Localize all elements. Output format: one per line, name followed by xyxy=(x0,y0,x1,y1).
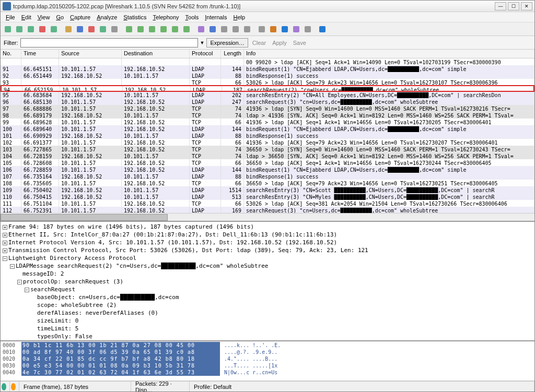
filter-input[interactable] xyxy=(20,38,198,47)
dropdown-icon[interactable]: ▼ xyxy=(200,40,205,45)
collapse-icon[interactable]: − xyxy=(25,288,29,292)
packet-row[interactable]: 9266.651449192.168.10.5210.101.1.57LDAP8… xyxy=(1,72,534,79)
menu-analyze[interactable]: Analyze xyxy=(94,14,120,20)
options-icon[interactable] xyxy=(14,24,25,34)
save-button[interactable]: Save xyxy=(291,40,308,46)
menu-view[interactable]: View xyxy=(34,14,53,20)
svg-rect-19 xyxy=(232,26,239,32)
display-filters-icon[interactable] xyxy=(280,24,290,34)
collapse-icon[interactable]: − xyxy=(10,264,15,269)
svg-rect-3 xyxy=(39,26,45,32)
packet-row[interactable]: 00 99020 > ldap [ACK] Seq=1 Ack=1 Win=14… xyxy=(1,58,534,65)
stop-icon[interactable] xyxy=(37,24,48,34)
menu-file[interactable]: File xyxy=(3,14,18,20)
packet-row[interactable]: 9666.68513010.101.1.57192.168.10.52LDAP2… xyxy=(1,98,534,105)
close-icon[interactable] xyxy=(86,24,97,34)
save-icon[interactable] xyxy=(75,24,85,34)
svg-rect-0 xyxy=(5,26,11,32)
packet-row[interactable]: 10466.728159192.168.10.5210.101.1.57TCP7… xyxy=(1,152,534,159)
packet-list-body[interactable]: 00 99020 > ldap [ACK] Seq=1 Ack=1 Win=14… xyxy=(1,58,534,213)
menu-statistics[interactable]: Statistics xyxy=(120,14,149,20)
packet-row[interactable]: 10966.750402192.168.10.5210.101.1.57LDAP… xyxy=(1,186,534,193)
menu-help[interactable]: Help xyxy=(230,14,248,20)
forward-icon[interactable] xyxy=(147,24,157,34)
coloring-rules-icon[interactable] xyxy=(291,24,301,34)
packet-row[interactable]: 10666.72885910.101.1.57192.168.10.52LDAP… xyxy=(1,166,534,173)
types-only: typesOnly: False xyxy=(37,333,92,340)
first-icon[interactable] xyxy=(170,24,180,34)
packet-row[interactable]: 10566.72860810.101.1.57192.168.10.52TCP6… xyxy=(1,159,534,166)
ldap-message: LDAPMessage searchRequest(2) "cn=Users,d… xyxy=(16,263,268,269)
interfaces-icon[interactable] xyxy=(3,24,13,34)
menu-go[interactable]: Go xyxy=(53,14,67,20)
expert-info-icon[interactable] xyxy=(2,383,6,390)
menu-edit[interactable]: Edit xyxy=(18,14,34,20)
packet-row[interactable]: 11166.75110410.101.1.57192.168.10.52TCP6… xyxy=(1,200,534,207)
packet-row[interactable]: 10866.73560510.101.1.57192.168.10.52TCP6… xyxy=(1,180,534,186)
packet-row[interactable]: 10766.735164192.168.10.5210.101.1.57LDAP… xyxy=(1,173,534,180)
packet-row[interactable]: 10066.68964010.101.1.57192.168.10.52LDAP… xyxy=(1,125,534,132)
expression-button[interactable]: Expression… xyxy=(206,38,248,47)
collapse-icon[interactable]: − xyxy=(3,256,7,261)
capture-comment-icon[interactable] xyxy=(11,383,16,390)
packet-row[interactable]: 11066.750415192.168.10.5210.101.1.57LDAP… xyxy=(1,193,534,200)
expand-icon[interactable]: + xyxy=(3,248,7,253)
column-header[interactable]: Source xyxy=(59,50,122,58)
column-header[interactable]: Info xyxy=(244,50,534,58)
collapse-icon[interactable]: − xyxy=(17,280,22,284)
expand-icon[interactable]: + xyxy=(3,241,7,245)
minimize-button[interactable]: — xyxy=(495,2,506,10)
find-icon[interactable] xyxy=(124,24,134,34)
zoom-in-icon[interactable] xyxy=(219,24,229,34)
packet-row[interactable]: 9966.68962810.101.1.57192.168.10.52TCP66… xyxy=(1,118,534,125)
colorize-icon[interactable] xyxy=(196,24,206,34)
expand-icon[interactable]: + xyxy=(3,225,7,230)
horizontal-scrollbar[interactable] xyxy=(1,213,534,221)
menu-internals[interactable]: Internals xyxy=(202,14,230,20)
close-button[interactable]: ✕ xyxy=(521,2,532,10)
packet-details-pane[interactable]: +Frame 94: 187 bytes on wire (1496 bits)… xyxy=(1,222,534,341)
autoscroll-icon[interactable] xyxy=(207,24,218,34)
svg-rect-6 xyxy=(77,26,83,32)
column-header[interactable]: Length xyxy=(221,50,244,58)
maximize-button[interactable]: ☐ xyxy=(508,2,519,10)
packet-row[interactable]: 10266.69137710.101.1.57192.168.10.52TCP6… xyxy=(1,139,534,146)
menu-telephony[interactable]: Telephony xyxy=(149,14,182,20)
packet-row[interactable]: 9866.689179192.168.10.5210.101.1.57TCP74… xyxy=(1,112,534,118)
clear-button[interactable]: Clear xyxy=(250,40,268,46)
filter-label: Filter: xyxy=(4,40,18,46)
restart-icon[interactable] xyxy=(49,24,59,34)
column-header[interactable]: Protocol xyxy=(190,50,221,58)
capture-filters-icon[interactable] xyxy=(268,24,278,34)
packet-row[interactable]: 11266.75239110.101.1.57192.168.10.52LDAP… xyxy=(1,207,534,213)
reload-icon[interactable] xyxy=(98,24,108,34)
zoom-reset-icon[interactable] xyxy=(242,24,252,34)
print-icon[interactable] xyxy=(109,24,120,34)
column-header[interactable]: Time xyxy=(21,50,59,58)
packet-row[interactable]: 10166.690929192.168.10.5210.101.1.57LDAP… xyxy=(1,132,534,139)
packet-row[interactable]: 10366.72786510.101.1.57192.168.10.52TCP7… xyxy=(1,146,534,152)
packet-row[interactable]: 9566.683684192.168.10.5210.101.1.57LDAP2… xyxy=(1,91,534,98)
menu-tools[interactable]: Tools xyxy=(182,14,202,20)
prefs-icon[interactable] xyxy=(303,24,313,34)
expand-icon[interactable]: + xyxy=(3,233,7,237)
zoom-out-icon[interactable] xyxy=(230,24,241,34)
svg-rect-17 xyxy=(210,26,216,32)
packet-bytes-pane[interactable]: 000090 b1 1c 11 6b 13 00 1b 21 87 0a 27 … xyxy=(1,341,534,381)
svg-rect-11 xyxy=(137,26,144,32)
start-icon[interactable] xyxy=(26,24,36,34)
packet-row[interactable]: 9166.64515110.101.1.57192.168.10.52LDAP1… xyxy=(1,65,534,72)
apply-button[interactable]: Apply xyxy=(270,40,289,46)
goto-icon[interactable] xyxy=(158,24,169,34)
column-header[interactable]: No. xyxy=(1,50,21,58)
menu-capture[interactable]: Capture xyxy=(67,14,94,20)
packet-row[interactable]: 9766.68888610.101.1.57192.168.10.52TCP74… xyxy=(1,105,534,112)
open-icon[interactable] xyxy=(63,24,74,34)
back-icon[interactable] xyxy=(135,24,146,34)
packet-row[interactable]: 9466.65215910.101.1.57192.168.10.52LDAP1… xyxy=(1,85,534,92)
column-header[interactable]: Destination xyxy=(122,50,190,58)
svg-rect-18 xyxy=(221,26,227,32)
last-icon[interactable] xyxy=(181,24,192,34)
resize-cols-icon[interactable] xyxy=(257,24,267,34)
help-icon[interactable] xyxy=(317,24,328,34)
